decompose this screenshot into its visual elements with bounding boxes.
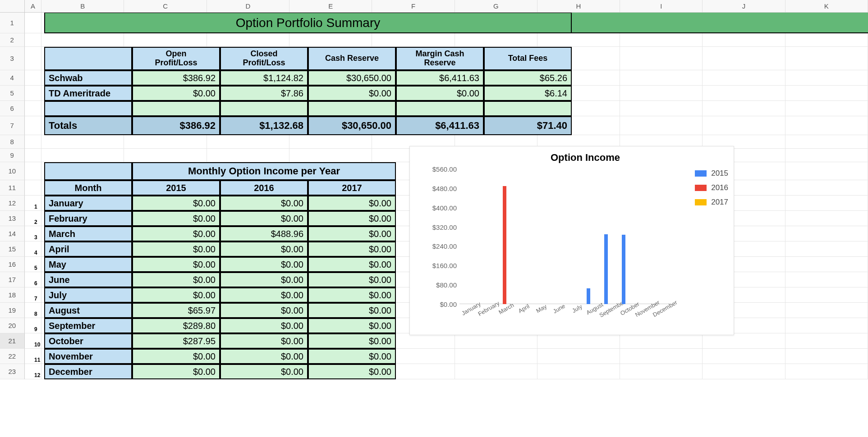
col-header[interactable]: C bbox=[124, 0, 207, 12]
row-header[interactable]: 15 bbox=[0, 241, 25, 257]
cell[interactable] bbox=[785, 149, 868, 162]
cell[interactable] bbox=[620, 86, 703, 101]
cell[interactable] bbox=[785, 101, 868, 116]
cell[interactable] bbox=[289, 33, 372, 47]
cell[interactable] bbox=[785, 180, 868, 196]
monthly-col-header[interactable]: 2016 bbox=[220, 180, 308, 196]
row-header[interactable]: 7 bbox=[0, 116, 25, 135]
portfolio-blank[interactable] bbox=[484, 101, 572, 116]
col-header[interactable]: A bbox=[25, 0, 42, 12]
cell[interactable] bbox=[25, 180, 42, 196]
portfolio-header[interactable]: Total Fees bbox=[484, 47, 572, 70]
cell[interactable] bbox=[703, 116, 785, 135]
monthly-col-header[interactable]: 2015 bbox=[132, 180, 220, 196]
col-header[interactable]: I bbox=[620, 0, 703, 12]
row-header[interactable]: 9 bbox=[0, 149, 25, 162]
cell[interactable] bbox=[785, 33, 868, 47]
cell[interactable] bbox=[124, 149, 207, 162]
row-header[interactable]: 5 bbox=[0, 86, 25, 101]
cell[interactable] bbox=[25, 162, 42, 180]
cell[interactable] bbox=[703, 70, 785, 86]
portfolio-value[interactable]: $386.92 bbox=[132, 70, 220, 86]
portfolio-value[interactable]: $30,650.00 bbox=[308, 70, 396, 86]
title-banner[interactable]: Option Portfolio Summary bbox=[44, 13, 572, 33]
portfolio-value[interactable]: $1,124.82 bbox=[220, 70, 308, 86]
cell[interactable] bbox=[703, 101, 785, 116]
col-header[interactable]: F bbox=[372, 0, 455, 12]
cell[interactable] bbox=[25, 116, 42, 135]
cell[interactable] bbox=[620, 101, 703, 116]
portfolio-corner[interactable] bbox=[44, 47, 132, 70]
row-header[interactable]: 21 bbox=[0, 333, 25, 349]
cell[interactable] bbox=[785, 162, 868, 180]
corner[interactable] bbox=[0, 0, 25, 12]
portfolio-total[interactable]: $6,411.63 bbox=[396, 116, 484, 135]
cell[interactable] bbox=[372, 33, 455, 47]
cell[interactable] bbox=[207, 149, 289, 162]
title-banner-extension[interactable] bbox=[572, 13, 868, 33]
cell[interactable] bbox=[25, 70, 42, 86]
col-header[interactable]: G bbox=[455, 0, 537, 12]
cell[interactable] bbox=[25, 101, 42, 116]
option-income-chart[interactable]: Option Income $0.00$80.00$160.00$240.00$… bbox=[409, 146, 734, 335]
portfolio-value[interactable]: $7.86 bbox=[220, 86, 308, 101]
cell[interactable] bbox=[785, 116, 868, 135]
row-header[interactable]: 3 bbox=[0, 47, 25, 70]
col-header[interactable]: K bbox=[785, 0, 868, 12]
row-header[interactable]: 14 bbox=[0, 226, 25, 241]
portfolio-total[interactable]: $386.92 bbox=[132, 116, 220, 135]
row-header[interactable]: 17 bbox=[0, 272, 25, 287]
portfolio-header[interactable]: Margin CashReserve bbox=[396, 47, 484, 70]
cell[interactable] bbox=[207, 33, 289, 47]
cell[interactable] bbox=[620, 70, 703, 86]
row-header[interactable]: 18 bbox=[0, 287, 25, 303]
portfolio-total[interactable]: $30,650.00 bbox=[308, 116, 396, 135]
row-header[interactable]: 4 bbox=[0, 70, 25, 86]
cell[interactable] bbox=[620, 33, 703, 47]
portfolio-header[interactable]: Cash Reserve bbox=[308, 47, 396, 70]
row-header[interactable]: 22 bbox=[0, 349, 25, 364]
cell[interactable] bbox=[620, 47, 703, 70]
cell[interactable] bbox=[785, 70, 868, 86]
cell[interactable] bbox=[289, 135, 372, 149]
col-header[interactable]: D bbox=[207, 0, 289, 12]
row-header[interactable]: 11 bbox=[0, 180, 25, 196]
portfolio-value[interactable]: $0.00 bbox=[396, 86, 484, 101]
portfolio-blank[interactable] bbox=[396, 101, 484, 116]
cell[interactable] bbox=[785, 86, 868, 101]
cell[interactable] bbox=[785, 47, 868, 70]
portfolio-row-label[interactable]: Schwab bbox=[44, 70, 132, 86]
cell[interactable] bbox=[703, 86, 785, 101]
cell[interactable] bbox=[620, 116, 703, 135]
row-header[interactable]: 8 bbox=[0, 135, 25, 149]
row-header[interactable]: 16 bbox=[0, 257, 25, 272]
row-header[interactable]: 19 bbox=[0, 303, 25, 318]
cell[interactable] bbox=[25, 13, 42, 33]
cell[interactable] bbox=[537, 33, 620, 47]
row-header[interactable]: 23 bbox=[0, 364, 25, 379]
cell[interactable] bbox=[25, 135, 42, 149]
portfolio-total[interactable]: $1,132.68 bbox=[220, 116, 308, 135]
portfolio-value[interactable]: $6.14 bbox=[484, 86, 572, 101]
cell[interactable] bbox=[124, 33, 207, 47]
monthly-title[interactable]: Monthly Option Income per Year bbox=[132, 162, 396, 180]
row-header[interactable]: 6 bbox=[0, 101, 25, 116]
col-header[interactable]: B bbox=[41, 0, 124, 12]
cell[interactable] bbox=[703, 47, 785, 70]
cell[interactable] bbox=[25, 47, 42, 70]
portfolio-value[interactable]: $65.26 bbox=[484, 70, 572, 86]
cell[interactable] bbox=[25, 86, 42, 101]
row-header[interactable]: 12 bbox=[0, 196, 25, 211]
col-header[interactable]: E bbox=[289, 0, 372, 12]
spreadsheet[interactable]: A B C D E F G H I J K 123456789101112131… bbox=[0, 0, 868, 379]
cell[interactable] bbox=[25, 149, 42, 162]
cell[interactable] bbox=[455, 33, 537, 47]
portfolio-row-label[interactable]: TD Ameritrade bbox=[44, 86, 132, 101]
row-header[interactable]: 2 bbox=[0, 33, 25, 47]
col-header[interactable]: H bbox=[537, 0, 620, 12]
row-header[interactable]: 20 bbox=[0, 318, 25, 333]
row-header[interactable]: 13 bbox=[0, 211, 25, 226]
cell[interactable] bbox=[785, 135, 868, 149]
row-header[interactable]: 10 bbox=[0, 162, 25, 180]
portfolio-blank[interactable] bbox=[44, 101, 132, 116]
